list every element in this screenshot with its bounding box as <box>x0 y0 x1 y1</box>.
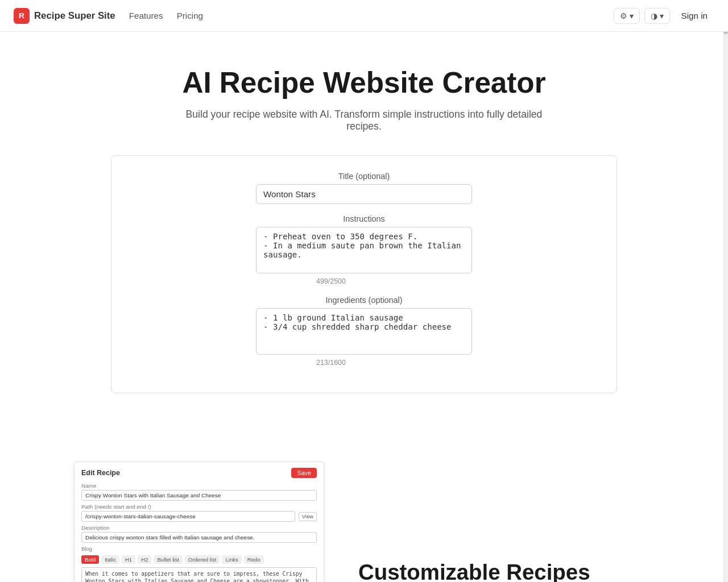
tab-h2[interactable]: H2 <box>138 555 151 564</box>
tab-h1[interactable]: H1 <box>122 555 135 564</box>
settings-chevron-icon: ▾ <box>630 11 634 20</box>
hero-subtitle: Build your recipe website with AI. Trans… <box>171 109 557 132</box>
title-label: Title (optional) <box>130 172 598 181</box>
theme-icon: ◑ <box>651 11 657 20</box>
editor-path-label: Path (needs start and end /) <box>81 504 317 510</box>
editor-title: Edit Recipe <box>81 469 120 477</box>
title-group: Title (optional) <box>130 172 598 204</box>
editor-desc-label: Description <box>81 525 317 531</box>
settings-icon: ⚙ <box>620 11 627 20</box>
recipe-form-container: Title (optional) Instructions - Preheat … <box>111 155 617 393</box>
tab-italic[interactable]: Italic <box>101 555 119 564</box>
tab-redo[interactable]: Redo <box>244 555 264 564</box>
editor-name-label: Name <box>81 483 317 489</box>
nav-features-link[interactable]: Features <box>129 11 163 20</box>
ingredients-label: Ingredients (optional) <box>130 296 598 305</box>
logo-link[interactable]: R Recipe Super Site <box>14 8 115 24</box>
tab-links[interactable]: Links <box>222 555 241 564</box>
editor-blog-textarea[interactable]: When it comes to appetizers that are sur… <box>81 567 317 582</box>
sign-in-button[interactable]: Sign in <box>675 7 714 24</box>
tab-bold[interactable]: Bold <box>81 555 99 564</box>
logo-icon: R <box>14 8 30 24</box>
editor-tabs: Bold Italic H1 H2 Bullet list Ordered li… <box>81 555 317 564</box>
editor-blog-label: Blog <box>81 546 317 552</box>
theme-chevron-icon: ▾ <box>660 11 664 20</box>
hero-title: AI Recipe Website Creator <box>14 66 714 99</box>
tab-bullet[interactable]: Bullet list <box>154 555 182 564</box>
hero-section: AI Recipe Website Creator Build your rec… <box>0 32 728 416</box>
tab-ordered[interactable]: Ordered list <box>185 555 220 564</box>
editor-path-input[interactable] <box>81 511 295 522</box>
ingredients-char-count: 213/1600 <box>130 359 346 367</box>
settings-button[interactable]: ⚙ ▾ <box>614 8 640 24</box>
instructions-label: Instructions <box>130 214 598 223</box>
scrollbar[interactable] <box>723 0 728 582</box>
editor-name-input[interactable] <box>81 490 317 501</box>
ingredients-textarea[interactable]: - 1 lb ground Italian sausage - 3/4 cup … <box>256 308 472 355</box>
ingredients-group: Ingredients (optional) - 1 lb ground Ita… <box>130 296 598 367</box>
nav-pricing-link[interactable]: Pricing <box>177 11 203 20</box>
editor-desc-input[interactable] <box>81 532 317 543</box>
editor-view-button[interactable]: View <box>299 512 317 521</box>
editor-screenshot: Edit Recipe Save Name Path (needs start … <box>74 462 324 582</box>
nav-left: R Recipe Super Site Features Pricing <box>14 8 203 24</box>
theme-button[interactable]: ◑ ▾ <box>644 8 670 24</box>
customizable-text: Customizable Recipes Customize every asp… <box>358 560 654 582</box>
navbar: R Recipe Super Site Features Pricing ⚙ ▾… <box>0 0 728 32</box>
customizable-heading: Customizable Recipes <box>358 560 654 582</box>
editor-save-button[interactable]: Save <box>291 468 317 478</box>
nav-right: ⚙ ▾ ◑ ▾ Sign in <box>614 7 714 24</box>
instructions-textarea[interactable]: - Preheat oven to 350 degrees F. - In a … <box>256 227 472 273</box>
logo-text: Recipe Super Site <box>34 10 115 22</box>
instructions-group: Instructions - Preheat oven to 350 degre… <box>130 214 598 285</box>
customizable-section: Edit Recipe Save Name Path (needs start … <box>51 462 677 582</box>
title-input[interactable] <box>256 184 472 204</box>
instructions-char-count: 499/2500 <box>130 277 346 285</box>
